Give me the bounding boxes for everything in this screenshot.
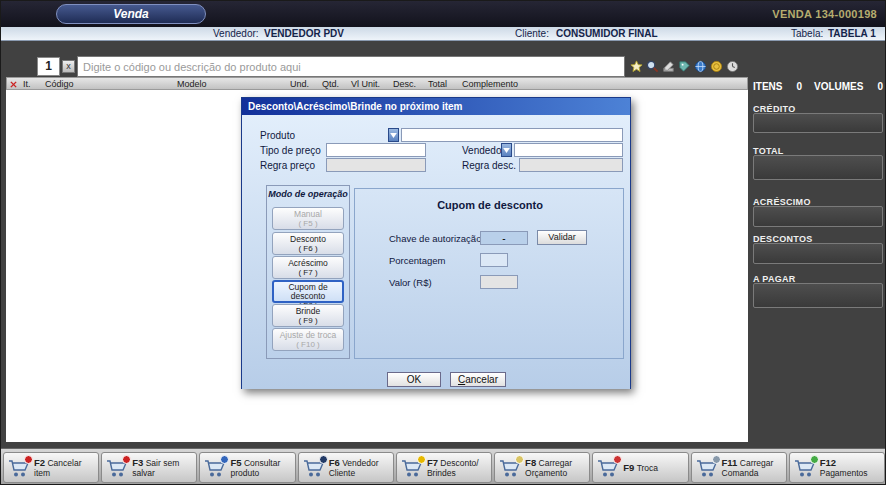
itens-value: 0 xyxy=(796,81,802,92)
vendedor-input[interactable] xyxy=(514,143,623,157)
acrescimo-value-box xyxy=(753,206,883,227)
cart-load-icon xyxy=(695,458,719,478)
modo-operacao-title: Modo de operação xyxy=(266,189,350,199)
tipo-preco-label: Tipo de preço xyxy=(260,145,321,156)
porcentagem-input[interactable] xyxy=(480,253,508,267)
cliente-value: CONSUMIDOR FINAL xyxy=(556,28,658,39)
items-table-header: It. Código Modelo Und. Qtd. Vl Unit. Des… xyxy=(6,77,748,90)
search-toolbar xyxy=(629,58,740,74)
f5-consultar-produto-button[interactable]: F5 Consultar produto xyxy=(199,452,295,483)
tag-icon[interactable] xyxy=(677,58,692,74)
ok-button[interactable]: OK xyxy=(387,372,441,387)
desconto-dialog: Desconto\Acréscimo\Brinde no próximo ite… xyxy=(241,97,631,389)
pos-window: Venda VENDA 134-000198 Vendedor: VENDEDO… xyxy=(0,0,886,485)
cart-payment-icon xyxy=(793,458,817,478)
cart-cancel-icon xyxy=(7,458,31,478)
f12-pagamentos-button[interactable]: F12 Pagamentos xyxy=(789,452,885,483)
f8-carregar-orcamento-button[interactable]: F8 Carregar Orçamento xyxy=(494,452,590,483)
zoom-icon[interactable] xyxy=(645,58,660,74)
col-total: Total xyxy=(428,79,447,89)
tabela-value: TABELA 1 xyxy=(828,28,876,39)
col-it: It. xyxy=(23,79,31,89)
col-desc: Desc. xyxy=(393,79,416,89)
a-pagar-value-box xyxy=(753,283,883,308)
itens-label: ITENS xyxy=(753,81,782,92)
top-bar: Venda VENDA 134-000198 xyxy=(1,1,886,27)
clear-search-button[interactable]: x xyxy=(62,60,75,73)
cart-search-icon xyxy=(203,458,227,478)
item-number-field[interactable]: 1 xyxy=(37,57,60,76)
cliente-label: Cliente: xyxy=(515,28,549,39)
cart-discount-icon xyxy=(400,458,424,478)
col-und: Und. xyxy=(290,79,309,89)
credito-value-box xyxy=(753,113,883,133)
validar-button[interactable]: Validar xyxy=(537,230,587,245)
f6-vendedor-cliente-button[interactable]: F6 Vendedor Cliente xyxy=(298,452,394,483)
regra-preco-field xyxy=(326,158,426,172)
mode-acrescimo-button[interactable]: Acréscimo ( F7 ) xyxy=(272,256,344,279)
star-icon[interactable] xyxy=(629,58,644,74)
valor-field xyxy=(480,275,518,289)
volumes-label: VOLUMES xyxy=(814,81,863,92)
f9-troca-button[interactable]: F9 Troca xyxy=(592,452,688,483)
descontos-value-box xyxy=(753,243,883,264)
globe-icon[interactable] xyxy=(693,58,708,74)
clock-icon[interactable] xyxy=(725,58,740,74)
cupom-desconto-panel: Cupom de desconto Chave de autorização V… xyxy=(354,188,624,359)
mode-manual-button[interactable]: Manual ( F5 ) xyxy=(272,207,344,230)
cupom-desconto-title: Cupom de desconto xyxy=(355,199,625,211)
cart-user-icon xyxy=(302,458,326,478)
col-vl-unit: Vl Unit. xyxy=(351,79,380,89)
produto-label: Produto xyxy=(260,130,295,141)
tipo-preco-input[interactable] xyxy=(326,143,426,157)
vendedor-field-label: Vendedor xyxy=(462,145,505,156)
regra-desc-label: Regra desc. xyxy=(462,160,516,171)
cancel-button[interactable]: Cancelar xyxy=(450,372,506,387)
sale-number: VENDA 134-000198 xyxy=(772,8,877,20)
mode-desconto-button[interactable]: Desconto ( F6 ) xyxy=(272,232,344,255)
coin-icon[interactable] xyxy=(709,58,724,74)
info-bar: Vendedor: VENDEDOR PDV Cliente: CONSUMID… xyxy=(1,27,886,41)
mode-brinde-button[interactable]: Brinde ( F9 ) xyxy=(272,304,344,327)
volumes-value: 0 xyxy=(877,81,883,92)
mode-ajuste-troca-button[interactable]: Ajuste de troca ( F10 ) xyxy=(272,328,344,351)
col-qtd: Qtd. xyxy=(322,79,339,89)
vendedor-lookup-button[interactable] xyxy=(501,143,512,157)
cart-document-icon xyxy=(498,458,522,478)
f7-desconto-brindes-button[interactable]: F7 Desconto/ Brindes xyxy=(396,452,492,483)
function-key-bar: F2 Cancelar item F3 Sair sem salvar F5 C… xyxy=(1,448,886,485)
vendedor-label: Vendedor: xyxy=(213,28,259,39)
total-value-box xyxy=(753,155,883,180)
vendedor-value: VENDEDOR PDV xyxy=(264,28,344,39)
cart-swap-icon xyxy=(596,458,620,478)
valor-label: Valor (R$) xyxy=(389,277,432,288)
dialog-body: Produto Tipo de preço Vendedor Regra pre… xyxy=(242,115,630,389)
chave-autorizacao-input[interactable] xyxy=(480,231,528,245)
regra-desc-field xyxy=(519,158,623,172)
totals-counts: ITENS 0 VOLUMES 0 xyxy=(753,81,883,92)
col-modelo: Modelo xyxy=(177,79,207,89)
tabela-label: Tabela: xyxy=(791,28,823,39)
produto-input[interactable] xyxy=(401,128,623,142)
regra-preco-label: Regra preço xyxy=(260,160,315,171)
cart-exit-icon xyxy=(105,458,129,478)
dialog-title-bar[interactable]: Desconto\Acréscimo\Brinde no próximo ite… xyxy=(242,98,630,115)
col-codigo: Código xyxy=(45,79,74,89)
chave-autorizacao-label: Chave de autorização xyxy=(389,233,481,244)
product-search-input[interactable] xyxy=(77,56,625,77)
mode-cupom-desconto-button[interactable]: Cupom de desconto ( F8 ) xyxy=(272,280,344,303)
f11-carregar-comanda-button[interactable]: F11 Carregar Comanda xyxy=(691,452,787,483)
edit-icon[interactable] xyxy=(661,58,676,74)
col-complemento: Complemento xyxy=(462,79,518,89)
venda-tab[interactable]: Venda xyxy=(56,4,206,24)
delete-row-icon xyxy=(10,80,17,90)
f2-cancelar-item-button[interactable]: F2 Cancelar item xyxy=(3,452,99,483)
porcentagem-label: Porcentagem xyxy=(389,255,446,266)
produto-lookup-button[interactable] xyxy=(388,128,399,142)
f3-sair-sem-salvar-button[interactable]: F3 Sair sem salvar xyxy=(101,452,197,483)
